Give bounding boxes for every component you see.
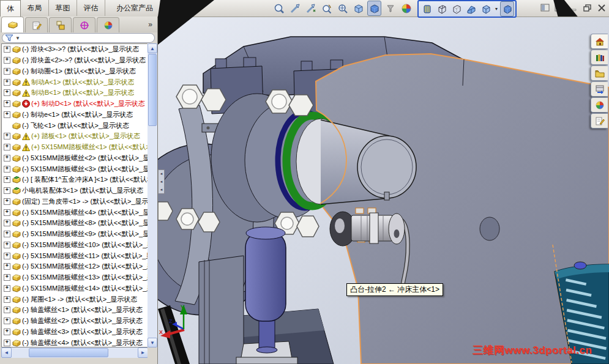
tab-layout[interactable]: 布局 <box>21 0 49 16</box>
collapse-right-button[interactable] <box>554 3 564 12</box>
tree-horizontal-scrollbar[interactable]: ◄ ► <box>1 347 148 358</box>
tree-vertical-scrollbar[interactable]: ▲ ▼ <box>148 43 157 347</box>
edit-appearance-icon[interactable] <box>399 1 413 16</box>
scroll-left-button[interactable]: ◄ <box>1 347 12 358</box>
expand-box[interactable]: + <box>4 220 10 226</box>
filter-dropdown-caret[interactable]: ▼ <box>15 35 20 41</box>
tree-item[interactable]: + (-) 尾圈<1> -> (默认<<默认>_显示状态 <box>2 294 148 305</box>
appearances-tab[interactable] <box>97 17 119 32</box>
close-button[interactable] <box>596 3 607 12</box>
expand-box[interactable]: + <box>4 231 10 237</box>
panel-splitter-handle[interactable]: ◄◄◄ <box>158 169 165 194</box>
expand-box[interactable]: + <box>4 57 10 64</box>
section-view-icon[interactable] <box>383 1 397 16</box>
view-palette-tab[interactable] <box>591 81 608 97</box>
shaded-with-edges-cube-icon[interactable] <box>479 1 493 17</box>
expand-box[interactable]: + <box>4 155 10 162</box>
hidden-lines-removed-icon[interactable] <box>464 1 478 17</box>
expand-box[interactable]: + <box>4 79 10 86</box>
tree-item[interactable]: + (-) 5X15MM踏板螺丝<13> (默认<<默认>_显示状态 <box>2 272 148 283</box>
scroll-up-button[interactable]: ▲ <box>148 43 157 53</box>
expand-box[interactable]: + <box>4 187 10 194</box>
tree-item[interactable]: + (-) 5X15MM踏板螺丝<3> (默认<<默认>_显示状态 <box>2 163 148 174</box>
expand-box[interactable]: + <box>4 285 10 292</box>
tree-item[interactable]: + (固定) 三角皮带<1> -> (默认<<默认>_显示状态 <box>2 196 148 207</box>
tree-item[interactable]: + (-) 制动e<1> (默认<<默认>_显示状态 <box>2 110 148 121</box>
textures-icon[interactable] <box>420 1 434 17</box>
horizontal-scroll-thumb[interactable] <box>29 348 108 357</box>
tree-item[interactable]: + (+) 制动D<1> (默认<<默认>_显示状态 <box>2 98 148 110</box>
tree-item[interactable]: + (-) 轴盖螺丝<1> (默认<<默认>_显示状态 <box>2 305 148 316</box>
display-style-dropdown[interactable]: ▾ <box>493 6 499 12</box>
expand-box[interactable]: + <box>4 46 10 53</box>
tab-office-products[interactable]: 办公室产品 <box>105 0 165 16</box>
tree-item[interactable]: + (-) 滑块<3>->? (默认<<默认>_显示状态 <box>2 44 148 55</box>
restore-button[interactable] <box>582 3 592 12</box>
expand-box[interactable]: + <box>4 111 10 118</box>
expand-box[interactable]: + <box>4 329 10 335</box>
rotate-view-icon[interactable] <box>319 1 334 16</box>
feature-manager-tab[interactable] <box>1 17 24 32</box>
shaded-cube-icon[interactable] <box>500 1 514 17</box>
vertical-scroll-thumb[interactable] <box>148 54 157 126</box>
property-manager-tab[interactable] <box>25 17 48 32</box>
expand-box[interactable]: + <box>4 68 10 75</box>
tree-item[interactable]: + (-) 轴盖螺丝<4> (默认<<默认>_显示状态 <box>2 337 148 347</box>
tab-assembly[interactable]: 体 <box>0 0 21 17</box>
design-library-tab[interactable] <box>591 50 608 65</box>
pan-icon[interactable] <box>335 1 349 16</box>
wireframe-icon[interactable] <box>435 1 449 17</box>
tree-item[interactable]: + (-) 滑块盖<2>->? (默认<<默认>_显示状态 <box>2 55 148 66</box>
tree-item[interactable]: + (-) 5X15MM踏板螺丝<12> (默认<<默认>_显示状态 <box>2 261 148 272</box>
tree-item[interactable]: + (-) 5X15MM踏板螺丝<14> (默认<<默认>_显示状态 <box>2 283 148 294</box>
expand-box[interactable]: + <box>4 176 10 183</box>
expand-box[interactable]: + <box>4 144 10 150</box>
solidworks-resources-tab[interactable] <box>591 34 608 49</box>
expand-box[interactable]: + <box>4 89 10 96</box>
expand-box[interactable]: + <box>4 198 10 205</box>
scroll-right-button[interactable]: ► <box>138 347 148 358</box>
tree-item[interactable]: + 制动A<1> (默认<<默认>_显示状态 <box>2 76 148 87</box>
expand-box[interactable]: + <box>4 263 10 270</box>
minimize-button[interactable] <box>568 3 578 12</box>
tree-item[interactable]: + (-) [ 装配体1^五金冲床A ]<1> (默认<<默认>_显示状态 <box>2 174 148 185</box>
hidden-lines-visible-icon[interactable] <box>449 1 463 17</box>
shaded-with-edges-icon[interactable] <box>351 1 365 16</box>
appearances-scenes-tab[interactable] <box>591 97 608 113</box>
tree-item[interactable]: + (-) 制动圈<1> (默认<<默认>_显示状态 <box>2 66 148 77</box>
shaded-icon[interactable] <box>367 1 381 16</box>
scroll-down-button[interactable]: ▼ <box>148 338 157 347</box>
tree-item[interactable]: + (-) 轴盖螺丝<3> (默认<<默认>_显示状态 <box>2 327 148 338</box>
expand-box[interactable]: + <box>4 318 10 324</box>
zoom-to-fit-icon[interactable] <box>272 1 286 16</box>
tree-item[interactable]: + (-) 5X15MM踏板螺丝<10> (默认<<默认>_显示状态 <box>2 240 148 251</box>
graphics-viewport[interactable]: Y X Z ◄◄◄ 凸台-拉伸2 ← 冲床主体<1> 三维网www.3dport… <box>158 17 609 364</box>
tree-item[interactable]: + (-) 5X15MM踏板螺丝<9> (默认<<默认>_显示状态 <box>2 229 148 240</box>
tree-filter[interactable]: ▼ <box>2 33 155 43</box>
expand-box[interactable]: + <box>4 209 10 216</box>
custom-properties-tab[interactable] <box>591 113 608 128</box>
tree-item[interactable]: + (+) 5X15MM踏板螺丝<1> (默认<<默认>_显示状态 <box>2 142 148 153</box>
tab-evaluate[interactable]: 评估 <box>77 0 105 16</box>
tree-item[interactable]: + (-) 飞轮<1> (默认<<默认>_显示状态 <box>2 120 148 131</box>
expand-box[interactable]: + <box>4 306 10 313</box>
tree-item[interactable]: + (-) 5X15MM踏板螺丝<8> (默认<<默认>_显示状态 <box>2 218 148 229</box>
expand-box[interactable]: + <box>4 133 10 139</box>
expand-box[interactable]: + <box>4 340 10 346</box>
tree-item[interactable]: + 小电机装配体3<1> (默认<默认_显示状态 <box>2 185 148 196</box>
tab-sketch[interactable]: 草图 <box>49 0 77 16</box>
expand-box[interactable]: + <box>4 166 10 173</box>
tree-item[interactable]: + 制动B<1> (默认<<默认>_显示状态 <box>2 87 148 98</box>
tree-item[interactable]: + (+) 踏板<1> (默认<<默认>_显示状态 <box>2 131 148 142</box>
tree-item[interactable]: + (-) 轴盖螺丝<2> (默认<<默认>_显示状态 <box>2 316 148 327</box>
dimxpert-manager-tab[interactable] <box>73 17 95 32</box>
tree-item[interactable]: + (-) 5X15MM踏板螺丝<11> (默认<<默认>_显示状态 <box>2 250 148 261</box>
tree-item[interactable]: + (-) 5X15MM踏板螺丝<4> (默认<<默认>_显示状态 <box>2 207 148 218</box>
expand-box[interactable]: + <box>4 100 10 107</box>
configuration-manager-tab[interactable] <box>49 17 72 32</box>
zoom-to-area-icon[interactable] <box>288 1 302 16</box>
tab-overflow-chevron[interactable]: » <box>148 20 152 29</box>
zoom-in-out-icon[interactable] <box>304 1 318 16</box>
expand-box[interactable]: + <box>4 253 10 259</box>
tree-item[interactable]: + (-) 5X15MM踏板螺丝<2> (默认<<默认>_显示状态 <box>2 153 148 164</box>
